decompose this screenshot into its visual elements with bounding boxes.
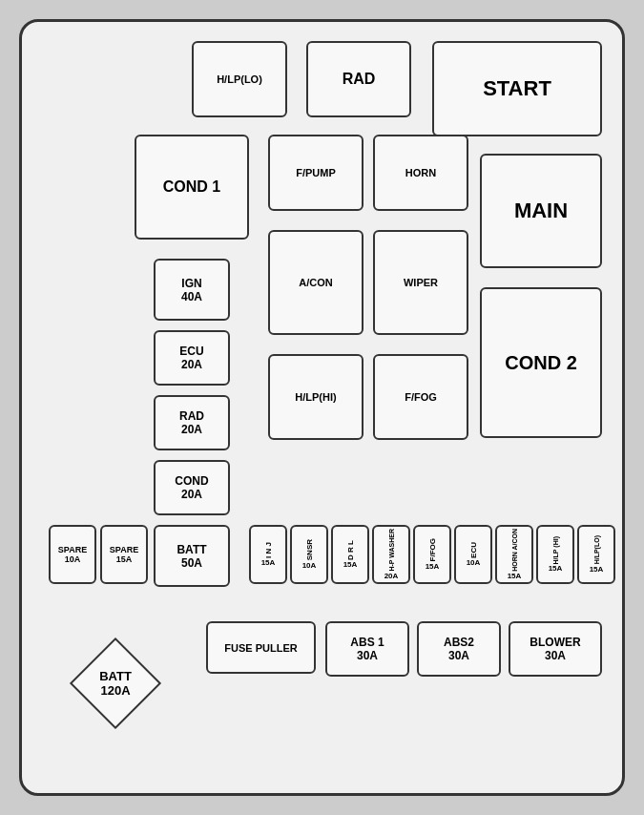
fuse-start: START — [432, 41, 602, 136]
fuse-ecu10: ECU 10A — [454, 525, 492, 584]
fuse-hlphi15: H/LP (HI) 15A — [536, 525, 574, 584]
fuse-cond1: COND 1 — [135, 135, 249, 240]
fuse-abs1-30: ABS 1 30A — [325, 621, 409, 677]
fuse-acon: A/CON — [268, 230, 364, 335]
fuse-ffog15: F/FOG 15A — [413, 525, 451, 584]
fuse-rad-top: RAD — [306, 41, 411, 117]
fuse-hlphi: H/LP(HI) — [268, 354, 364, 440]
fuse-abs2-30: ABS2 30A — [417, 621, 501, 677]
fuse-spare10: SPARE 10A — [49, 525, 96, 584]
fuse-hlp-lo-top: H/LP(LO) — [192, 41, 287, 117]
fuse-ecu20: ECU 20A — [154, 330, 230, 386]
fuse-ffog: F/FOG — [373, 354, 468, 440]
fuse-horn: HORN — [373, 135, 468, 211]
fuse-inj15: I N J 15A — [249, 525, 287, 584]
fuse-batt50: BATT 50A — [154, 525, 230, 587]
fuse-spare15: SPARE 15A — [100, 525, 148, 584]
fuse-hornacon15: HORN A/CON 15A — [495, 525, 533, 584]
fuse-batt120-label: BATT 120A — [70, 637, 161, 729]
fuse-puller: FUSE PULLER — [206, 621, 316, 674]
fuse-fpump: F/PUMP — [268, 135, 364, 211]
fuse-batt120-container: BATT 120A — [70, 637, 161, 729]
fuse-hlpwasher20: H-P WASHER 20A — [372, 525, 410, 584]
fuse-box: H/LP(LO) RAD START COND 1 F/PUMP HORN MA… — [19, 19, 625, 796]
fuse-rad20: RAD 20A — [154, 395, 230, 450]
fuse-cond2: COND 2 — [480, 287, 602, 438]
fuse-blower30: BLOWER 30A — [509, 621, 602, 677]
fuse-wiper: WIPER — [373, 230, 468, 335]
fuse-snsr10: SNSR 10A — [290, 525, 328, 584]
fuse-main: MAIN — [480, 154, 602, 268]
fuse-hlplo15: H/LP(LO) 15A — [577, 525, 615, 584]
fuse-drl15: D R L 15A — [331, 525, 369, 584]
fuse-ign40: IGN 40A — [154, 259, 230, 321]
fuse-cond20: COND 20A — [154, 460, 230, 515]
